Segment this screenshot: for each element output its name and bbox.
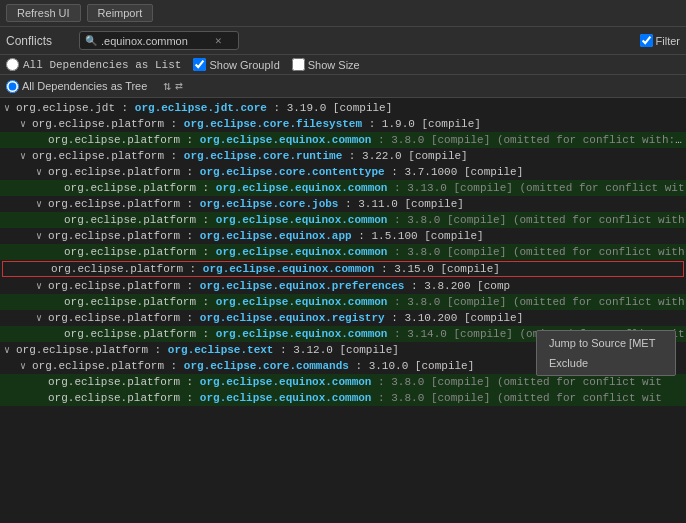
toolbar: Refresh UI Reimport (0, 0, 686, 27)
show-groupid-label[interactable]: Show GroupId (193, 58, 279, 71)
tree-row[interactable]: ∨org.eclipse.platform : org.eclipse.core… (0, 116, 686, 132)
chevron-icon[interactable]: ∨ (4, 102, 16, 114)
context-menu-jump-to-source[interactable]: Jump to Source [MET (537, 333, 675, 353)
filter-checkbox[interactable] (640, 34, 653, 47)
conflicts-label: Conflicts (6, 34, 71, 48)
tree-content[interactable]: ∨org.eclipse.jdt : org.eclipse.jdt.core … (0, 98, 686, 501)
sort-icon-1[interactable]: ⇅ (163, 78, 171, 94)
all-deps-list-radio[interactable]: All Dependencies as List (6, 58, 181, 71)
tree-row[interactable]: ∨org.eclipse.platform : org.eclipse.equi… (0, 278, 686, 294)
tree-row[interactable]: org.eclipse.platform : org.eclipse.equin… (0, 244, 686, 260)
context-menu-exclude[interactable]: Exclude (537, 353, 675, 373)
sort-icons: ⇅ ⇄ (163, 78, 183, 94)
tree-row[interactable]: ∨org.eclipse.platform : org.eclipse.core… (0, 196, 686, 212)
chevron-icon[interactable]: ∨ (36, 280, 48, 292)
show-groupid-checkbox[interactable] (193, 58, 206, 71)
checkbox-group: Show GroupId Show Size (193, 58, 359, 71)
chevron-icon[interactable]: ∨ (36, 166, 48, 178)
options-bar-2: All Dependencies as Tree ⇅ ⇄ (0, 75, 686, 98)
chevron-icon[interactable]: ∨ (36, 230, 48, 242)
search-box: 🔍 ✕ (79, 31, 239, 50)
tree-row[interactable]: org.eclipse.platform : org.eclipse.equin… (0, 294, 686, 310)
tree-row[interactable]: ∨org.eclipse.platform : org.eclipse.equi… (0, 310, 686, 326)
tree-row[interactable]: org.eclipse.platform : org.eclipse.equin… (0, 212, 686, 228)
show-size-checkbox[interactable] (292, 58, 305, 71)
search-input[interactable] (101, 35, 211, 47)
tree-row[interactable]: org.eclipse.platform : org.eclipse.equin… (0, 132, 686, 148)
chevron-icon[interactable]: ∨ (20, 118, 32, 130)
refresh-ui-button[interactable]: Refresh UI (6, 4, 81, 22)
filter-label[interactable]: Filter (640, 34, 680, 47)
chevron-icon[interactable]: ∨ (4, 344, 16, 356)
tree-row[interactable]: ∨org.eclipse.jdt : org.eclipse.jdt.core … (0, 100, 686, 116)
search-clear-button[interactable]: ✕ (215, 34, 222, 47)
chevron-icon[interactable]: ∨ (20, 360, 32, 372)
tree-row[interactable]: org.eclipse.platform : org.eclipse.equin… (0, 390, 686, 406)
show-size-label[interactable]: Show Size (292, 58, 360, 71)
tree-row[interactable]: ∨org.eclipse.platform : org.eclipse.equi… (0, 228, 686, 244)
tree-row[interactable]: org.eclipse.platform : org.eclipse.equin… (2, 261, 684, 277)
reimport-button[interactable]: Reimport (87, 4, 154, 22)
chevron-icon[interactable]: ∨ (20, 150, 32, 162)
tree-row[interactable]: ∨org.eclipse.platform : org.eclipse.core… (0, 164, 686, 180)
context-menu: Jump to Source [MET Exclude (536, 330, 676, 376)
tree-row[interactable]: ∨org.eclipse.platform : org.eclipse.core… (0, 148, 686, 164)
chevron-icon[interactable]: ∨ (36, 312, 48, 324)
tree-row[interactable]: org.eclipse.platform : org.eclipse.equin… (0, 180, 686, 196)
chevron-icon[interactable]: ∨ (36, 198, 48, 210)
all-deps-tree-radio[interactable]: All Dependencies as Tree (6, 80, 147, 93)
search-icon: 🔍 (85, 35, 97, 47)
sort-icon-2[interactable]: ⇄ (175, 78, 183, 94)
tree-row[interactable]: org.eclipse.platform : org.eclipse.equin… (0, 374, 686, 390)
filter-checkbox-group: Filter (640, 34, 680, 47)
options-bar-1: All Dependencies as List Show GroupId Sh… (0, 55, 686, 75)
filter-bar: Conflicts 🔍 ✕ Filter (0, 27, 686, 55)
